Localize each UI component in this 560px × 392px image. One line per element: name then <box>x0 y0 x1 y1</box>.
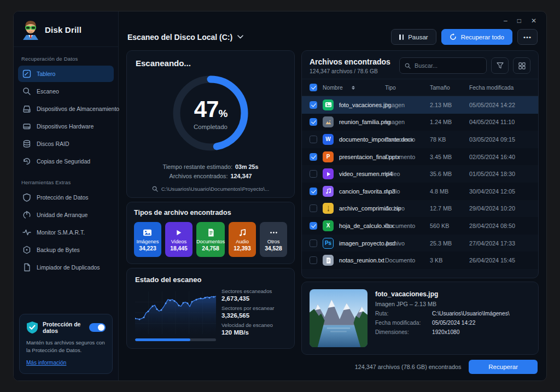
row-checkbox[interactable] <box>310 188 317 195</box>
table-row[interactable]: Psimagen_proyecto.psdArchivo25.3 MB27/04… <box>302 235 538 252</box>
preview-field-value: 05/05/2024 14:22 <box>432 320 475 326</box>
protection-toggle[interactable] <box>89 323 106 332</box>
file-date: 27/04/2024 17:33 <box>469 240 530 247</box>
view-grid-button[interactable] <box>513 57 530 74</box>
sidebar-item-label: Copias de Seguridad <box>37 158 90 165</box>
file-rows: foto_vacaciones.jpgImagen2.13 MB05/05/20… <box>302 96 538 278</box>
sidebar-item-copias-de-seguridad[interactable]: Copias de Seguridad <box>18 153 114 169</box>
row-checkbox[interactable] <box>310 170 317 178</box>
sidebar-item-label: Monitor S.M.A.R.T. <box>37 229 85 236</box>
music-icon <box>238 228 247 237</box>
file-type: Video <box>385 171 430 177</box>
file-date: 29/04/2024 10:20 <box>469 205 530 212</box>
table-row[interactable]: Ppresentacion_final.pptxDocumento3.45 MB… <box>302 148 538 166</box>
sidebar-item-dispositivos-hardware[interactable]: Dispositivos Hardware <box>18 118 114 134</box>
filter-button[interactable] <box>491 57 509 74</box>
table-row[interactable]: notas_reunion.txtDocumento3 KB26/04/2024… <box>302 251 538 269</box>
file-size: 2.13 MB <box>430 102 469 108</box>
maximize-button[interactable]: □ <box>517 17 521 25</box>
row-checkbox[interactable] <box>310 153 317 161</box>
column-header-name[interactable]: Nombre <box>323 85 343 91</box>
sidebar-item-dispositivos-de-almacenamiento[interactable]: Dispositivos de Almacenamiento <box>18 101 114 117</box>
table-row[interactable]: foto_vacaciones.jpgImagen2.13 MB05/05/20… <box>302 96 538 114</box>
sidebar-item-unidad-de-arranque[interactable]: Unidad de Arranque <box>18 207 114 223</box>
more-options-icon: ••• <box>523 34 532 40</box>
search-box[interactable] <box>399 57 487 74</box>
file-type-icon: W <box>323 134 334 145</box>
table-row[interactable]: cancion_favorita.mp3Audio4.8 MB30/04/202… <box>302 183 538 200</box>
sort-icon <box>352 86 355 90</box>
row-checkbox[interactable] <box>310 256 317 264</box>
row-checkbox[interactable] <box>310 101 317 109</box>
tile-count: 34,223 <box>139 245 156 251</box>
table-row[interactable]: video_resumen.mp4Video35.6 MB01/05/2024 … <box>302 165 538 183</box>
column-header-size[interactable]: Tamaño <box>430 85 469 91</box>
file-type-tile-videos[interactable]: Videos18,445 <box>165 222 192 257</box>
scan-title-dropdown[interactable]: Escaneo del Disco Local (C:) <box>127 33 243 42</box>
table-row[interactable]: Xhoja_de_calculo.xlsxDocumento560 KB28/0… <box>302 217 538 235</box>
minimize-button[interactable]: – <box>504 17 508 25</box>
sidebar-item-label: Dispositivos Hardware <box>37 123 94 130</box>
file-type-tile-otros[interactable]: Otros34,528 <box>260 222 287 257</box>
sidebar-item-label: Dispositivos de Almacenamiento <box>37 106 119 112</box>
tile-label: Imágenes <box>137 239 159 244</box>
column-header-type[interactable]: Tipo <box>385 85 430 91</box>
play-icon <box>325 171 332 178</box>
row-checkbox[interactable] <box>310 239 317 247</box>
files-found-line: Archivos encontrados:124,347 <box>136 173 285 179</box>
file-date: 03/05/2024 09:15 <box>469 136 530 143</box>
storage-icon <box>22 104 31 113</box>
sidebar-item-limpiador-de-duplicados[interactable]: Limpiador de Duplicados <box>18 259 114 276</box>
nav-section-label: Herramientas Extras <box>18 176 114 189</box>
row-checkbox[interactable] <box>310 222 317 230</box>
image-icon <box>325 101 332 108</box>
table-row[interactable]: reunion_familia.pngImagen1.24 MB04/05/20… <box>302 114 538 131</box>
file-size: 78 KB <box>430 136 469 143</box>
sidebar-item-label: Protección de Datos <box>37 194 89 201</box>
table-row[interactable]: Wdocumento_importante.docxDocumento78 KB… <box>302 131 538 148</box>
file-type-tile-audio[interactable]: Audio12,393 <box>229 222 256 257</box>
recover-button[interactable]: Recuperar <box>469 360 538 374</box>
pause-button[interactable]: Pausar <box>391 29 436 45</box>
sidebar-nav: Recuperación de DatosTableroEscaneoDispo… <box>14 47 118 277</box>
preview-fields: Ruta:C:\Usuarios\Usuario\Imágenes\Fecha … <box>375 311 510 335</box>
main-area: – □ ✕ Escaneo del Disco Local (C:) Pausa… <box>119 11 546 381</box>
sidebar-item-backup-de-bytes[interactable]: Backup de Bytes <box>18 242 114 258</box>
tile-count: 12,393 <box>234 245 251 251</box>
file-type-tiles: Imágenes34,223Videos18,445Documentos24,7… <box>134 222 287 257</box>
preview-field-value: C:\Usuarios\Usuario\Imágenes\ <box>432 311 510 317</box>
file-size: 35.6 MB <box>430 171 469 177</box>
document-icon <box>325 257 332 264</box>
sidebar-item-monitor-s-m-a-r-t-[interactable]: Monitor S.M.A.R.T. <box>18 224 114 241</box>
sidebar-item-tablero[interactable]: Tablero <box>18 66 114 82</box>
sidebar-item-discos-raid[interactable]: Discos RAID <box>18 136 114 152</box>
app-window: Disk Drill Recuperación de DatosTableroE… <box>13 11 547 381</box>
preview-field-value: 1920x1080 <box>432 329 459 335</box>
row-checkbox[interactable] <box>310 204 317 212</box>
found-files-title: Archivos encontrados <box>310 57 390 66</box>
more-options-button[interactable]: ••• <box>517 29 538 45</box>
sidebar-item-escaneo[interactable]: Escaneo <box>18 83 114 100</box>
scan-title-text: Escaneo del Disco Local (C:) <box>127 33 232 42</box>
sidebar-item-protecci-n-de-datos[interactable]: Protección de Datos <box>18 189 114 206</box>
sidebar: Disk Drill Recuperación de DatosTableroE… <box>14 11 119 381</box>
scan-progress-bar <box>135 338 216 341</box>
file-type-tile-im-genes[interactable]: Imágenes34,223 <box>134 222 161 257</box>
row-checkbox[interactable] <box>310 118 317 126</box>
stat-label: Velocidad de escaneo <box>221 322 286 328</box>
row-checkbox[interactable] <box>310 136 317 143</box>
scan-status-title: Estado del escaneo <box>135 276 286 284</box>
music-icon <box>325 188 332 195</box>
file-type: Documento <box>385 257 430 264</box>
close-button[interactable]: ✕ <box>531 17 536 25</box>
select-all-checkbox[interactable] <box>310 84 317 91</box>
table-row[interactable]: archivo_comprimido.zipArchivo12.7 MB29/0… <box>302 200 538 218</box>
scan-percent: 47% <box>194 96 228 122</box>
progress-ring: 47% Completado <box>167 70 254 156</box>
refresh-icon <box>450 33 457 40</box>
search-input[interactable] <box>415 62 475 69</box>
more-info-link[interactable]: Más información <box>26 360 66 366</box>
column-header-date[interactable]: Fecha modificada <box>469 85 530 91</box>
file-type-tile-documentos[interactable]: Documentos24,758 <box>196 222 225 257</box>
recover-all-button[interactable]: Recuperar todo <box>441 29 512 45</box>
